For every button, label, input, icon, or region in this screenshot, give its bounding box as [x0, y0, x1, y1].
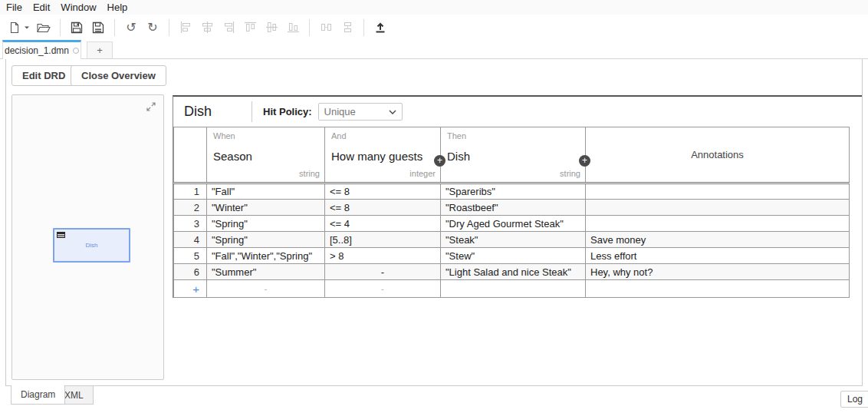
- close-overview-button[interactable]: Close Overview: [71, 65, 166, 86]
- new-tab-label: +: [97, 45, 103, 56]
- undo-icon[interactable]: ↺: [123, 18, 140, 37]
- cell-season[interactable]: "Fall": [207, 183, 325, 200]
- add-rule-placeholder[interactable]: -: [207, 280, 325, 298]
- toolbar-separator: [60, 19, 61, 36]
- distribute-vertical-icon[interactable]: [339, 18, 356, 37]
- edit-drd-button[interactable]: Edit DRD: [12, 65, 76, 86]
- cell-season[interactable]: "Winter": [207, 200, 325, 216]
- redo-icon[interactable]: ↻: [144, 18, 161, 37]
- add-rule-placeholder[interactable]: -: [325, 280, 441, 298]
- column-type: string: [441, 169, 585, 182]
- rule-number[interactable]: 6: [174, 264, 207, 280]
- cell-annotation[interactable]: [586, 200, 850, 216]
- new-file-icon[interactable]: [6, 18, 23, 37]
- toolbar-separator: [363, 19, 364, 36]
- cell-annotation[interactable]: Save money: [586, 232, 850, 248]
- file-tab-bar: decision_1.dmn +: [0, 40, 868, 59]
- annotations-label: Annotations: [586, 127, 849, 182]
- hit-policy-select[interactable]: Unique: [318, 103, 403, 121]
- cell-guests[interactable]: <= 4: [325, 216, 441, 232]
- decision-table-name[interactable]: Dish: [184, 104, 212, 120]
- align-middle-icon[interactable]: [263, 18, 280, 37]
- cell-season[interactable]: "Spring": [207, 216, 325, 232]
- column-name: Dish: [441, 143, 585, 169]
- rule-number[interactable]: 3: [174, 216, 207, 232]
- align-left-icon[interactable]: [177, 18, 194, 37]
- add-output-column-button[interactable]: +: [579, 155, 590, 167]
- cell-guests[interactable]: > 8: [325, 248, 441, 264]
- align-vcenter-icon[interactable]: [199, 18, 215, 37]
- cell-season[interactable]: "Summer": [207, 264, 325, 280]
- cell-season[interactable]: "Spring": [207, 232, 325, 248]
- rule-keyword: Then: [441, 127, 585, 143]
- tab-label: decision_1.dmn: [5, 45, 69, 56]
- cell-annotation[interactable]: Hey, why not?: [586, 264, 850, 280]
- cell-guests[interactable]: -: [325, 264, 441, 280]
- add-rule-button[interactable]: +: [174, 280, 207, 298]
- menu-file[interactable]: File: [6, 2, 22, 13]
- cell-dish[interactable]: "Steak": [441, 232, 586, 248]
- add-rule-placeholder[interactable]: [441, 280, 586, 298]
- distribute-horizontal-icon[interactable]: [317, 18, 334, 37]
- rule-number[interactable]: 2: [174, 200, 207, 216]
- expand-icon[interactable]: [146, 101, 156, 112]
- toolbar: ↺ ↻: [0, 15, 868, 40]
- decision-table-container: Dish Hit Policy: Unique + + When: [173, 95, 862, 298]
- decision-table-icon: [57, 232, 65, 238]
- rule-number[interactable]: 4: [174, 232, 207, 248]
- menu-help[interactable]: Help: [107, 2, 128, 13]
- align-top-icon[interactable]: [242, 18, 258, 37]
- dish-decision-node[interactable]: Dish: [53, 228, 130, 263]
- add-rule-row: + - -: [174, 280, 850, 298]
- menu-edit[interactable]: Edit: [33, 2, 50, 13]
- cell-annotation[interactable]: Less effort: [586, 248, 850, 264]
- add-rule-placeholder[interactable]: [586, 280, 850, 298]
- cell-season[interactable]: "Fall","Winter","Spring": [207, 248, 325, 264]
- table-row: 3 "Spring" <= 4 "Dry Aged Gourmet Steak": [174, 216, 850, 232]
- align-bottom-icon[interactable]: [284, 18, 301, 37]
- table-row: 1 "Fall" <= 8 "Spareribs": [174, 183, 850, 200]
- log-button[interactable]: Log: [840, 391, 868, 408]
- open-icon[interactable]: [35, 18, 52, 37]
- cell-guests[interactable]: [5..8]: [325, 232, 441, 248]
- table-row: 4 "Spring" [5..8] "Steak" Save money: [174, 232, 850, 248]
- cell-dish[interactable]: "Stew": [441, 248, 586, 264]
- save-as-icon[interactable]: [90, 18, 107, 37]
- rule-keyword: And: [325, 127, 440, 143]
- rule-number-column-header: [174, 127, 207, 183]
- new-tab-button[interactable]: +: [87, 41, 113, 58]
- cell-annotation[interactable]: [586, 183, 850, 200]
- annotations-column-header[interactable]: Annotations: [586, 127, 850, 183]
- hit-policy-value: Unique: [324, 106, 356, 117]
- new-file-caret-icon[interactable]: [23, 18, 31, 37]
- tab-decision-1-dmn[interactable]: decision_1.dmn: [2, 40, 81, 59]
- cell-guests[interactable]: <= 8: [325, 183, 441, 200]
- tab-diagram[interactable]: Diagram: [11, 385, 65, 405]
- node-label: Dish: [54, 242, 129, 249]
- title-divider: [252, 101, 252, 122]
- cell-dish[interactable]: "Roastbeef": [441, 200, 586, 216]
- cell-guests[interactable]: <= 8: [325, 200, 441, 216]
- toolbar-separator: [309, 19, 310, 36]
- cell-dish[interactable]: "Light Salad and nice Steak": [441, 264, 586, 280]
- rule-number[interactable]: 1: [174, 183, 207, 200]
- menu-window[interactable]: Window: [61, 2, 96, 13]
- input-column-guests[interactable]: And How many guests integer: [325, 127, 441, 183]
- decision-table: When Season string And How many guests i…: [173, 127, 850, 298]
- save-icon[interactable]: [68, 18, 85, 37]
- output-column-dish[interactable]: Then Dish string: [441, 127, 586, 183]
- input-column-season[interactable]: When Season string: [207, 127, 325, 183]
- column-name: Season: [207, 143, 324, 169]
- align-right-icon[interactable]: [220, 18, 237, 37]
- column-type: integer: [325, 169, 440, 182]
- rule-number[interactable]: 5: [174, 248, 207, 264]
- cell-dish[interactable]: "Dry Aged Gourmet Steak": [441, 216, 586, 232]
- toolbar-separator: [114, 19, 115, 36]
- add-input-column-button[interactable]: +: [434, 155, 446, 167]
- cell-annotation[interactable]: [586, 216, 850, 232]
- cell-dish[interactable]: "Spareribs": [441, 183, 586, 200]
- unsaved-indicator-icon: [73, 48, 79, 54]
- toolbar-separator: [169, 19, 169, 36]
- export-icon[interactable]: [372, 18, 389, 37]
- overview-region: Edit DRD Close Overview Dish Dish Hit Po…: [5, 59, 863, 386]
